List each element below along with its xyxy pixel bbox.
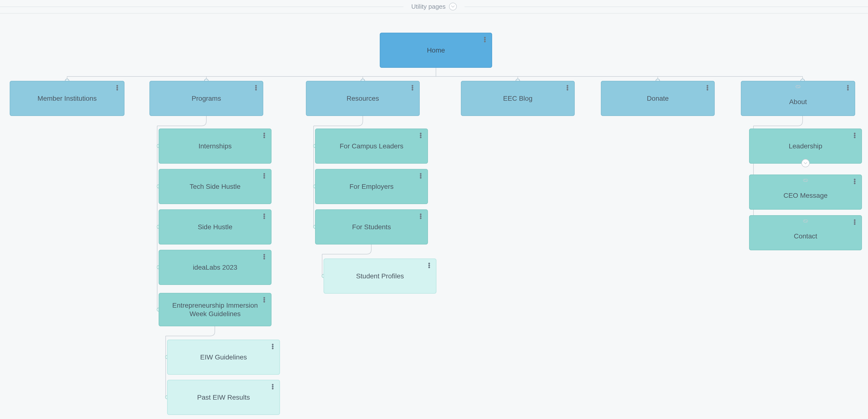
node-label: Entrepreneurship Immersion Week Guidelin… [172, 301, 258, 318]
more-icon[interactable]: ••• [427, 262, 432, 270]
node-label: Past EIW Results [197, 393, 250, 401]
node-eec-blog[interactable]: EEC Blog ••• [461, 81, 575, 116]
utility-pages-toggle[interactable]: Utility pages [403, 3, 465, 10]
chevron-down-icon[interactable] [449, 3, 457, 10]
node-label: Member Institutions [37, 94, 97, 103]
node-leadership[interactable]: Leadership ••• [749, 129, 862, 164]
node-student-profiles[interactable]: Student Profiles ••• [323, 259, 436, 294]
utility-pages-label: Utility pages [411, 3, 445, 10]
node-label: Donate [647, 94, 669, 103]
more-icon[interactable]: ••• [852, 132, 857, 140]
node-tech-side-hustle[interactable]: Tech Side Hustle ••• [159, 169, 272, 204]
more-icon[interactable]: ••• [483, 37, 487, 44]
more-icon[interactable]: ••• [418, 173, 423, 180]
more-icon[interactable]: ••• [418, 132, 423, 140]
node-for-campus-leaders[interactable]: For Campus Leaders ••• [315, 129, 428, 164]
node-label: Contact [794, 232, 817, 240]
node-resources[interactable]: Resources ••• [306, 81, 420, 116]
more-icon[interactable]: ••• [262, 254, 267, 261]
node-label: Tech Side Hustle [190, 182, 241, 191]
more-icon[interactable]: ••• [262, 132, 267, 140]
node-ceo-message[interactable]: CEO Message ••• [749, 174, 862, 210]
link-icon [802, 218, 809, 225]
node-label: CEO Message [783, 191, 828, 200]
more-icon[interactable]: ••• [262, 173, 267, 180]
link-icon [802, 178, 809, 184]
node-label: Resources [347, 94, 379, 103]
more-icon[interactable]: ••• [270, 384, 275, 391]
node-about[interactable]: About ••• [741, 81, 855, 116]
node-label: EIW Guidelines [200, 353, 247, 361]
node-donate[interactable]: Donate ••• [601, 81, 715, 116]
node-eiw-guidelines[interactable]: EIW Guidelines ••• [167, 340, 280, 375]
more-icon[interactable]: ••• [254, 85, 258, 92]
node-for-students[interactable]: For Students ••• [315, 210, 428, 245]
more-icon[interactable]: ••• [115, 85, 120, 92]
node-label: Student Profiles [356, 272, 404, 280]
expand-toggle-icon[interactable] [801, 159, 810, 167]
node-home[interactable]: Home ••• [380, 33, 492, 68]
node-label: Internships [198, 142, 232, 150]
node-eiw-guidelines-parent[interactable]: Entrepreneurship Immersion Week Guidelin… [159, 293, 272, 326]
more-icon[interactable]: ••• [270, 344, 275, 351]
node-label: For Campus Leaders [340, 142, 403, 150]
sitemap-canvas: Utility pages [0, 0, 868, 419]
node-label: Side Hustle [197, 223, 232, 231]
more-icon[interactable]: ••• [845, 85, 850, 92]
more-icon[interactable]: ••• [852, 219, 857, 226]
more-icon[interactable]: ••• [418, 213, 423, 221]
more-icon[interactable]: ••• [262, 297, 267, 304]
node-label: For Students [352, 223, 391, 231]
node-contact[interactable]: Contact ••• [749, 215, 862, 250]
node-past-eiw-results[interactable]: Past EIW Results ••• [167, 380, 280, 415]
node-side-hustle[interactable]: Side Hustle ••• [159, 210, 272, 245]
node-label: Home [427, 46, 445, 55]
node-label: About [789, 98, 807, 106]
node-internships[interactable]: Internships ••• [159, 129, 272, 164]
node-label: Leadership [789, 142, 823, 150]
more-icon[interactable]: ••• [705, 85, 710, 92]
node-label: For Employers [349, 182, 394, 191]
more-icon[interactable]: ••• [262, 213, 267, 221]
node-for-employers[interactable]: For Employers ••• [315, 169, 428, 204]
node-programs[interactable]: Programs ••• [149, 81, 263, 116]
node-idealabs-2023[interactable]: ideaLabs 2023 ••• [159, 250, 272, 285]
more-icon[interactable]: ••• [410, 85, 415, 92]
node-member-institutions[interactable]: Member Institutions ••• [10, 81, 124, 116]
more-icon[interactable]: ••• [852, 179, 857, 186]
node-label: Programs [192, 94, 221, 103]
link-icon [795, 84, 801, 91]
more-icon[interactable]: ••• [565, 85, 570, 92]
node-label: EEC Blog [503, 94, 532, 103]
utility-pages-bar: Utility pages [0, 0, 868, 13]
node-label: ideaLabs 2023 [193, 263, 237, 271]
